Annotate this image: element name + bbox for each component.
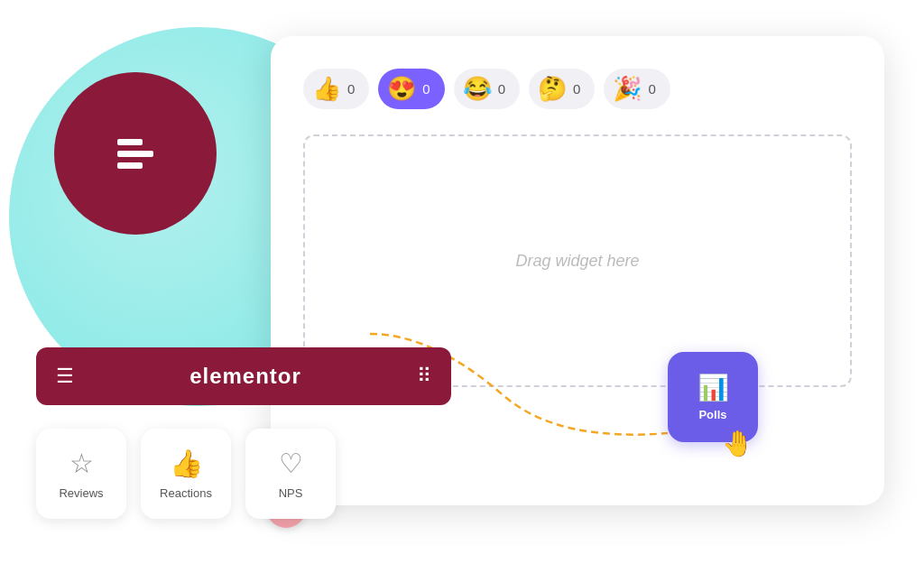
elementor-logo-circle [54,72,217,235]
laugh-emoji: 😂 [463,75,492,103]
think-count: 0 [573,81,580,97]
main-card: 👍 0 😍 0 😂 0 🤔 0 🎉 0 Drag widget here [271,36,884,505]
thumbsup-emoji: 👍 [312,75,341,103]
elementor-bar[interactable]: ☰ elementor ⠿ [36,347,451,405]
widget-card-reactions[interactable]: 👍 Reactions [141,429,231,519]
heart-eyes-count: 0 [422,81,430,97]
reactions-label: Reactions [160,486,212,500]
celebrate-count: 0 [648,81,655,97]
elementor-bar-title: elementor [189,364,301,389]
drag-area-label: Drag widget here [515,252,639,271]
widget-card-nps[interactable]: ♡ NPS [245,429,336,519]
cursor-hand: 🤚 [722,429,753,458]
thumbsup-count: 0 [347,81,355,97]
laugh-count: 0 [498,81,505,97]
reviews-star-icon: ☆ [69,448,94,479]
reaction-pill-thumbsup[interactable]: 👍 0 [303,69,369,109]
nps-label: NPS [279,486,303,500]
polls-bar-chart-icon: 📊 [698,373,729,402]
nps-heart-icon: ♡ [279,448,303,479]
reviews-label: Reviews [59,486,103,500]
reactions-thumbsup-icon: 👍 [170,448,203,479]
widget-card-reviews[interactable]: ☆ Reviews [36,429,126,519]
reaction-pill-celebrate[interactable]: 🎉 0 [604,69,670,109]
reaction-pill-laugh[interactable]: 😂 0 [454,69,520,109]
hamburger-icon[interactable]: ☰ [56,365,74,388]
reaction-pill-heart-eyes[interactable]: 😍 0 [378,69,444,109]
think-emoji: 🤔 [538,75,567,103]
reactions-row: 👍 0 😍 0 😂 0 🤔 0 🎉 0 [303,69,852,109]
widget-cards-row: ☆ Reviews 👍 Reactions ♡ NPS [36,429,336,519]
elementor-logo-icon [117,139,153,169]
celebrate-emoji: 🎉 [613,75,642,103]
polls-card-label: Polls [698,408,726,421]
reaction-pill-think[interactable]: 🤔 0 [529,69,595,109]
grid-icon[interactable]: ⠿ [417,365,431,388]
heart-eyes-emoji: 😍 [387,75,416,103]
